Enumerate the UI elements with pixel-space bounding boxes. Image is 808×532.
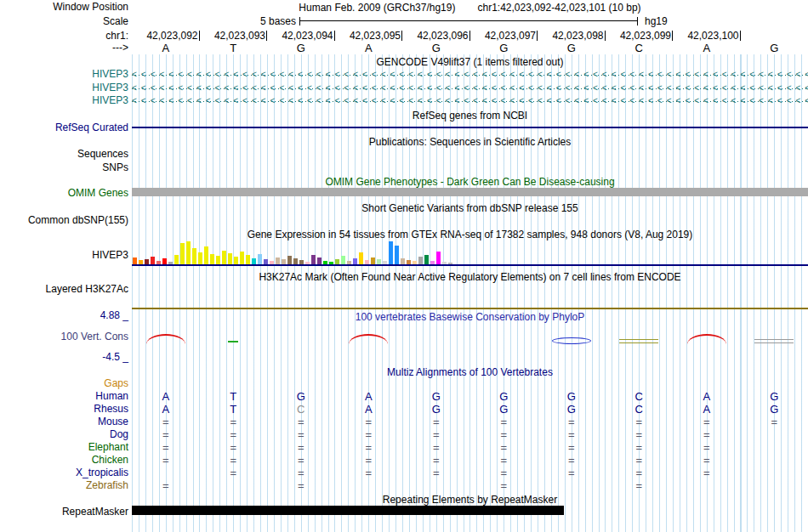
multiz-title[interactable]: Multiz Alignments of 100 Vertebrates xyxy=(132,366,808,378)
conservation-max-label: 4.88 _ xyxy=(100,310,128,321)
ruler-position-empty xyxy=(741,31,808,41)
gtex-tissue-bar xyxy=(192,248,196,265)
gencode-gene-label[interactable]: HIVEP3 xyxy=(92,82,128,93)
alignment-cell xyxy=(741,480,808,492)
alignment-cell xyxy=(470,378,538,390)
common-dbsnp-label[interactable]: Common dbSNP(155) xyxy=(28,215,128,226)
publications-title[interactable]: Publications: Sequences in Scientific Ar… xyxy=(132,136,808,148)
omim-gene-bar[interactable] xyxy=(132,188,808,196)
multiz-row-zebrafish: ==== xyxy=(132,480,808,492)
ruler-position: 42,023,092 xyxy=(132,31,200,41)
alignment-cell: = xyxy=(538,455,606,467)
gencode-gene-line[interactable]: <<<<<<<<<<<<<<<<<<<<<<<<<<<<<<<<<<<<<<<<… xyxy=(132,95,808,107)
gencode-gene-line[interactable]: <<<<<<<<<<<<<<<<<<<<<<<<<<<<<<<<<<<<<<<<… xyxy=(132,82,808,94)
alignment-cell xyxy=(741,378,808,390)
multiz-row-gaps xyxy=(132,378,808,390)
ruler-position: 42,023,093 xyxy=(200,31,268,41)
alignment-cell: = xyxy=(606,416,674,428)
track-display-area[interactable]: Human Feb. 2009 (GRCh37/hg19) chr1:42,02… xyxy=(132,0,808,532)
alignment-cell: = xyxy=(606,455,674,467)
repeatmasker-label[interactable]: RepeatMasker xyxy=(62,507,128,518)
gtex-gene-label[interactable]: HIVEP3 xyxy=(92,250,128,261)
gtex-bars[interactable] xyxy=(133,241,452,265)
refseq-curated-line[interactable] xyxy=(132,127,808,128)
h3k27ac-title[interactable]: H3K27Ac Mark (Often Found Near Active Re… xyxy=(132,271,808,283)
layered-h3k27ac-label[interactable]: Layered H3K27Ac xyxy=(46,284,128,295)
snps-label[interactable]: SNPs xyxy=(102,162,128,173)
conservation-mark xyxy=(754,339,794,343)
assembly-title: Human Feb. 2009 (GRCh37/hg19) xyxy=(299,2,455,14)
repeatmasker-title[interactable]: Repeating Elements by RepeatMasker xyxy=(132,494,808,506)
chrom-label: chr1: xyxy=(105,31,128,42)
alignment-cell: G xyxy=(402,391,470,403)
gencode-gene-line[interactable]: <<<<<<<<<<<<<<<<<<<<<<<<<<<<<<<<<<<<<<<<… xyxy=(132,69,808,81)
alignment-cell: = xyxy=(132,480,200,492)
multiz-species-x_tropicalis[interactable]: X_tropicalis xyxy=(76,467,128,478)
vert-cons-label[interactable]: 100 Vert. Cons xyxy=(61,331,128,342)
multiz-row-x_tropicalis: ======== xyxy=(132,467,808,479)
alignment-cell xyxy=(132,467,200,479)
multiz-species-gaps[interactable]: Gaps xyxy=(104,378,128,389)
multiz-species-dog[interactable]: Dog xyxy=(110,429,128,440)
gencode-gene-label[interactable]: HIVEP3 xyxy=(92,69,128,80)
alignment-cell: = xyxy=(470,455,538,467)
repeatmasker-bar[interactable] xyxy=(132,506,564,515)
alignment-cell xyxy=(132,378,200,390)
gtex-tissue-bar xyxy=(395,246,399,265)
sequences-label[interactable]: Sequences xyxy=(77,149,128,160)
gencode-title[interactable]: GENCODE V49lift37 (1 items filtered out) xyxy=(132,56,808,68)
multiz-species-zebrafish[interactable]: Zebrafish xyxy=(86,480,128,491)
alignment-cell: = xyxy=(470,480,538,492)
multiz-species-human[interactable]: Human xyxy=(95,391,128,402)
alignment-cell: = xyxy=(538,442,606,454)
omim-genes-label[interactable]: OMIM Genes xyxy=(68,188,128,199)
alignment-cell: = xyxy=(200,416,268,428)
ruler-row[interactable]: 42,023,09242,023,09342,023,09442,023,095… xyxy=(132,31,808,41)
multiz-species-mouse[interactable]: Mouse xyxy=(98,416,128,427)
reference-base: A xyxy=(673,42,741,54)
alignment-cell: = xyxy=(402,467,470,479)
alignment-cell: = xyxy=(132,455,200,467)
alignment-cell: = xyxy=(267,467,335,479)
alignment-cell xyxy=(538,378,606,390)
alignment-cell: A xyxy=(673,404,741,416)
refseq-curated-label[interactable]: RefSeq Curated xyxy=(55,122,128,133)
gtex-title[interactable]: Gene Expression in 54 tissues from GTEx … xyxy=(132,229,808,241)
alignment-cell: = xyxy=(267,429,335,441)
alignment-cell: = xyxy=(402,442,470,454)
multiz-species-elephant[interactable]: Elephant xyxy=(88,442,128,453)
multiz-species-chicken[interactable]: Chicken xyxy=(92,455,128,466)
gtex-tissue-bar xyxy=(198,252,202,265)
ruler-position: 42,023,095 xyxy=(335,31,403,41)
alignment-cell: A xyxy=(132,404,200,416)
alignment-cell: C xyxy=(606,391,674,403)
alignment-cell xyxy=(538,480,606,492)
alignment-cell: T xyxy=(200,391,268,403)
multiz-row-rhesus: ATCAGGGCAG xyxy=(132,404,808,416)
alignment-cell: = xyxy=(538,467,606,479)
multiz-row-mouse: ========== xyxy=(132,416,808,428)
ruler-position: 42,023,098 xyxy=(538,31,606,41)
alignment-cell: G xyxy=(470,391,538,403)
alignment-cell: = xyxy=(606,442,674,454)
dbsnp-title[interactable]: Short Genetic Variants from dbSNP releas… xyxy=(132,202,808,214)
multiz-species-rhesus[interactable]: Rhesus xyxy=(94,404,128,415)
alignment-cell xyxy=(741,455,808,467)
alignment-cell xyxy=(200,378,268,390)
alignment-cell xyxy=(606,378,674,390)
gencode-gene-label[interactable]: HIVEP3 xyxy=(92,95,128,106)
alignment-cell: = xyxy=(606,467,674,479)
omim-title[interactable]: OMIM Gene Phenotypes - Dark Green Can Be… xyxy=(132,176,808,188)
alignment-cell: = xyxy=(335,455,403,467)
alignment-cell xyxy=(267,378,335,390)
alignment-cell xyxy=(673,480,741,492)
phylop-title[interactable]: 100 vertebrates Basewise Conservation by… xyxy=(132,311,808,323)
window-position-row: Human Feb. 2009 (GRCh37/hg19) chr1:42,02… xyxy=(132,2,808,14)
reference-base: G xyxy=(741,42,808,54)
refseq-title[interactable]: RefSeq genes from NCBI xyxy=(132,110,808,122)
alignment-cell: = xyxy=(470,429,538,441)
scale-value: 5 bases xyxy=(260,16,296,27)
alignment-cell xyxy=(741,442,808,454)
alignment-cell xyxy=(402,378,470,390)
gtex-tissue-bar xyxy=(186,241,191,265)
